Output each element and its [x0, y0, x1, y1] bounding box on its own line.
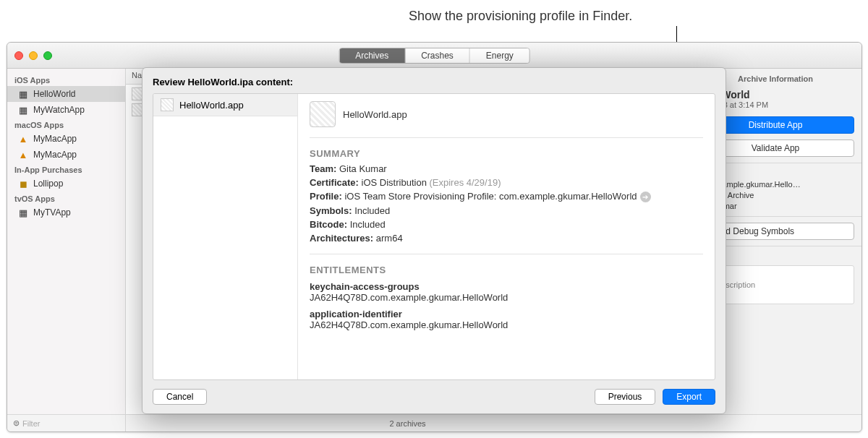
app-icon-large: [310, 101, 336, 127]
sidebar-group-iap: In-App Purchases: [7, 163, 125, 176]
sidebar-item-mytvapp[interactable]: ▦ MyTVApp: [7, 205, 125, 220]
app-icon: ▦: [17, 207, 29, 218]
organizer-tabs: Archives Crashes Energy: [339, 48, 530, 64]
previous-button[interactable]: Previous: [595, 389, 656, 405]
sheet-footer: Cancel Previous Export: [142, 380, 726, 413]
sheet-content-list: HelloWorld.app: [153, 94, 298, 379]
sidebar-item-label: MyTVApp: [33, 207, 71, 218]
archive-count: 2 archives: [126, 419, 689, 428]
app-name: HelloWorld.app: [343, 109, 407, 120]
sidebar-item-mymacapp-1[interactable]: ▲ MyMacApp: [7, 131, 125, 147]
app-icon: ▲: [17, 133, 29, 145]
summary-certificate: Certificate: iOS Distribution (Expires 4…: [310, 177, 703, 188]
tab-archives[interactable]: Archives: [339, 48, 405, 63]
iap-icon: ◼: [17, 178, 29, 189]
close-window-button[interactable]: [14, 51, 23, 60]
sidebar-item-lollipop[interactable]: ◼ Lollipop: [7, 176, 125, 192]
summary-bitcode: Bitcode: Included: [310, 219, 703, 230]
sidebar-group-macos: macOS Apps: [7, 118, 125, 131]
sheet-title: Review HelloWorld.ipa content:: [142, 68, 726, 93]
sidebar-item-label: MyWatchApp: [33, 105, 85, 115]
review-ipa-sheet: Review HelloWorld.ipa content: HelloWorl…: [142, 67, 726, 414]
entitlement-key: keychain-access-groups: [310, 281, 703, 292]
sidebar-item-mymacapp-2[interactable]: ▲ MyMacApp: [7, 147, 125, 163]
tab-energy[interactable]: Energy: [470, 48, 529, 63]
filter-field[interactable]: ⊜ Filter: [7, 415, 126, 431]
minimize-window-button[interactable]: [29, 51, 38, 60]
summary-architectures: Architectures: arm64: [310, 233, 703, 244]
sidebar: iOS Apps ▦ HelloWorld ▦ MyWatchApp macOS…: [7, 69, 126, 414]
entitlement-value: JA62H4Q78D.com.example.gkumar.HelloWorld: [310, 319, 703, 330]
sidebar-item-label: MyMacApp: [33, 150, 77, 160]
window-controls: [14, 51, 52, 60]
zoom-window-button[interactable]: [43, 51, 52, 60]
app-icon: ▦: [17, 104, 29, 116]
show-in-finder-icon[interactable]: ➔: [640, 192, 651, 202]
cancel-button[interactable]: Cancel: [153, 389, 207, 405]
titlebar: Archives Crashes Energy: [7, 43, 861, 69]
app-icon: ▲: [17, 149, 29, 160]
sidebar-group-ios: iOS Apps: [7, 73, 125, 86]
filter-placeholder: Filter: [22, 419, 40, 428]
sidebar-item-label: MyMacApp: [33, 134, 77, 144]
export-button[interactable]: Export: [663, 389, 715, 405]
sidebar-item-label: Lollipop: [33, 179, 63, 189]
bottom-bar: ⊜ Filter 2 archives: [7, 414, 861, 431]
content-item-label: HelloWorld.app: [179, 100, 244, 111]
sidebar-item-helloworld[interactable]: ▦ HelloWorld: [7, 86, 125, 102]
section-summary: SUMMARY: [310, 148, 703, 159]
annotation-text: Show the provisioning profile in Finder.: [409, 9, 632, 24]
sheet-details: HelloWorld.app SUMMARY Team: Gita Kumar …: [298, 94, 715, 379]
sidebar-item-mywatchapp[interactable]: ▦ MyWatchApp: [7, 102, 125, 118]
filter-icon: ⊜: [13, 418, 20, 428]
entitlement-key: application-identifier: [310, 309, 703, 319]
entitlement-value: JA62H4Q78D.com.example.gkumar.HelloWorld: [310, 292, 703, 303]
app-icon: ▦: [17, 88, 29, 100]
sidebar-group-tvos: tvOS Apps: [7, 192, 125, 205]
divider: [310, 137, 703, 138]
summary-profile: Profile: iOS Team Store Provisioning Pro…: [310, 191, 703, 202]
summary-team: Team: Gita Kumar: [310, 163, 703, 174]
content-item-app[interactable]: HelloWorld.app: [153, 94, 297, 116]
app-icon: [161, 98, 174, 111]
tab-crashes[interactable]: Crashes: [405, 48, 470, 63]
divider: [310, 254, 703, 254]
summary-symbols: Symbols: Included: [310, 205, 703, 216]
section-entitlements: ENTITLEMENTS: [310, 265, 703, 275]
sidebar-item-label: HelloWorld: [33, 89, 75, 99]
